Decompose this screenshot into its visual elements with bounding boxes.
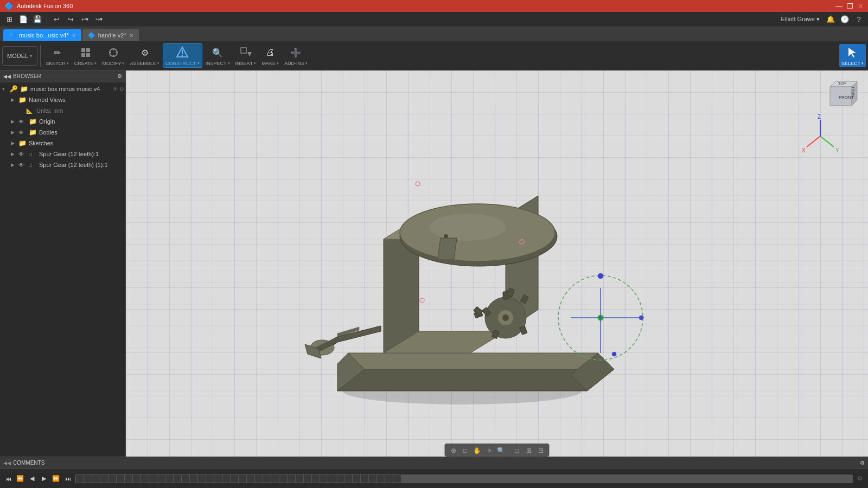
browser-tree: ▾ 🔑 📁 music box minus music v4 👁 ⚙ ▶ 📁 N…: [0, 82, 125, 457]
animation-bar: ⏮ ⏪ ◀ ▶ ⏩ ⏭: [0, 468, 868, 488]
inspect-arrow-icon: ▾: [228, 61, 230, 66]
tab-label-1: music bo...usic v4*: [19, 32, 69, 38]
minimize-button[interactable]: —: [835, 2, 843, 10]
assemble-arrow-icon: ▾: [157, 61, 159, 66]
help-icon[interactable]: ?: [853, 14, 865, 25]
zoom-fit-icon[interactable]: 🔍: [496, 445, 507, 456]
file-menu-icon[interactable]: 📄: [17, 14, 29, 25]
anim-play-back-icon[interactable]: ◀: [27, 474, 37, 484]
create-group[interactable]: CREATE ▾: [72, 44, 99, 67]
anim-prev-icon[interactable]: ⏪: [15, 474, 25, 484]
root-eye-icon[interactable]: 👁: [113, 86, 118, 92]
tab-close-2[interactable]: ✕: [129, 33, 133, 38]
construct-group[interactable]: CONSTRUCT ▾: [163, 43, 202, 68]
select-group[interactable]: SELECT ▾: [839, 44, 866, 67]
browser-collapse-icon[interactable]: ◀◀: [3, 74, 11, 79]
svg-point-64: [502, 314, 509, 321]
gear1-label: Spur Gear (12 teeth):1: [39, 151, 125, 157]
anim-tick: [92, 475, 100, 483]
bodies-eye-icon[interactable]: 👁: [18, 130, 27, 136]
comments-expand-icon[interactable]: ◀◀: [3, 460, 11, 466]
save-icon[interactable]: 💾: [31, 14, 43, 25]
svg-text:Y: Y: [835, 147, 839, 153]
tab-music-box[interactable]: 🔷 music bo...usic v4* ✕: [3, 29, 81, 41]
redo2-icon[interactable]: ↪▾: [93, 14, 105, 25]
anim-tick: [279, 475, 287, 483]
make-group[interactable]: 🖨 MAKE ▾: [259, 44, 281, 67]
gear1-eye-icon[interactable]: 👁: [18, 151, 27, 157]
animation-timeline[interactable]: [75, 474, 853, 483]
browser-settings-icon[interactable]: ⚙: [117, 73, 122, 79]
environment-icon[interactable]: ⊟: [535, 445, 546, 456]
gear2-eye-icon[interactable]: 👁: [18, 162, 27, 168]
viewport-3d[interactable]: X Y Z FRONT TOP RIGHT ⊕: [126, 70, 868, 457]
tab-handle[interactable]: 🔷 handle v2* ✕: [82, 29, 139, 41]
browser-header[interactable]: ◀◀ BROWSER ⚙: [0, 70, 125, 82]
tree-sketches[interactable]: ▶ 📁 Sketches: [0, 138, 125, 149]
sketch-icon: ✏: [49, 45, 65, 60]
pan-icon[interactable]: ⊕: [484, 445, 495, 456]
tree-spur-gear-2[interactable]: ▶ 👁 □ Spur Gear (12 teeth) (1):1: [0, 159, 125, 170]
anim-tick: [393, 475, 401, 483]
anim-play-icon[interactable]: ▶: [39, 474, 49, 484]
anim-tick: [133, 475, 141, 483]
bodies-expand-icon[interactable]: ▶: [11, 130, 18, 135]
sketches-expand-icon[interactable]: ▶: [11, 140, 18, 146]
tree-named-views[interactable]: ▶ 📁 Named Views: [0, 94, 125, 105]
fit-view-icon[interactable]: □: [460, 445, 471, 456]
redo-icon[interactable]: ↪: [65, 14, 76, 25]
gear2-expand-icon[interactable]: ▶: [11, 162, 18, 168]
gear2-label: Spur Gear (12 teeth) (1):1: [39, 162, 125, 168]
construct-arrow-icon: ▾: [197, 61, 200, 66]
undo-icon[interactable]: ↩: [50, 14, 62, 25]
model-dropdown[interactable]: MODEL ▾: [2, 46, 37, 66]
notification-icon[interactable]: 🔔: [825, 14, 837, 25]
comments-settings-icon[interactable]: ⚙: [860, 460, 865, 466]
home-view-icon[interactable]: ⊕: [448, 445, 459, 456]
anim-tick: [296, 475, 303, 483]
title-bar: 🔷 Autodesk Fusion 360 — ❐ ✕: [0, 0, 868, 12]
insert-group[interactable]: INSERT ▾: [233, 44, 259, 67]
close-button[interactable]: ✕: [858, 2, 864, 10]
menu-bar: ⊞ 📄 💾 ↩ ↪ ↩▾ ↪▾ Elliott Grawe ▾ 🔔 🕐 ?: [0, 12, 868, 27]
tab-close-1[interactable]: ✕: [72, 33, 76, 38]
tree-spur-gear-1[interactable]: ▶ 👁 □ Spur Gear (12 teeth):1: [0, 149, 125, 159]
modify-group[interactable]: MODIFY ▾: [100, 44, 126, 67]
origin-eye-icon[interactable]: 👁: [18, 119, 27, 125]
comments-bar: ◀◀ COMMENTS ⚙: [0, 457, 868, 468]
anim-tick: [84, 475, 92, 483]
anim-tick: [344, 475, 352, 483]
app-logo-icon: 🔷: [4, 2, 14, 10]
root-settings-icon[interactable]: ⚙: [119, 86, 124, 92]
grid-menu-icon[interactable]: ⊞: [3, 14, 15, 25]
undo2-icon[interactable]: ↩▾: [79, 14, 91, 25]
anim-first-icon[interactable]: ⏮: [3, 474, 13, 484]
addins-group[interactable]: ➕ ADD-INS ▾: [282, 44, 310, 67]
named-views-expand-icon[interactable]: ▶: [11, 97, 18, 102]
create-label: CREATE: [74, 61, 94, 66]
origin-expand-icon[interactable]: ▶: [11, 119, 18, 124]
inspect-group[interactable]: 🔍 INSPECT ▾: [203, 44, 232, 67]
anim-last-icon[interactable]: ⏭: [63, 474, 73, 484]
model-label: MODEL: [7, 53, 28, 59]
grid-display-icon[interactable]: ⊞: [524, 445, 534, 456]
anim-next-icon[interactable]: ⏩: [51, 474, 61, 484]
display-mode-icon[interactable]: □: [512, 445, 522, 456]
clock-icon[interactable]: 🕐: [839, 14, 851, 25]
tree-root-item[interactable]: ▾ 🔑 📁 music box minus music v4 👁 ⚙: [0, 84, 125, 94]
anim-tick: [385, 475, 393, 483]
maximize-button[interactable]: ❐: [847, 2, 853, 10]
sketch-group[interactable]: ✏ SKETCH ▾: [43, 44, 71, 67]
view-cube[interactable]: FRONT TOP RIGHT: [819, 76, 863, 119]
anim-tick: [117, 475, 124, 483]
anim-settings-icon[interactable]: ⚙: [855, 474, 865, 484]
tree-bodies[interactable]: ▶ 👁 📁 Bodies: [0, 127, 125, 138]
assemble-group[interactable]: ⚙ ASSEMBLE ▾: [127, 44, 162, 67]
root-expand-icon[interactable]: ▾: [2, 86, 10, 92]
svg-point-75: [598, 273, 603, 279]
orbit-icon[interactable]: ✋: [472, 445, 483, 456]
tree-origin[interactable]: ▶ 👁 📁 Origin: [0, 116, 125, 127]
gear1-expand-icon[interactable]: ▶: [11, 151, 18, 157]
anim-tick: [353, 475, 360, 483]
profile-menu[interactable]: Elliott Grawe ▾: [778, 15, 822, 24]
